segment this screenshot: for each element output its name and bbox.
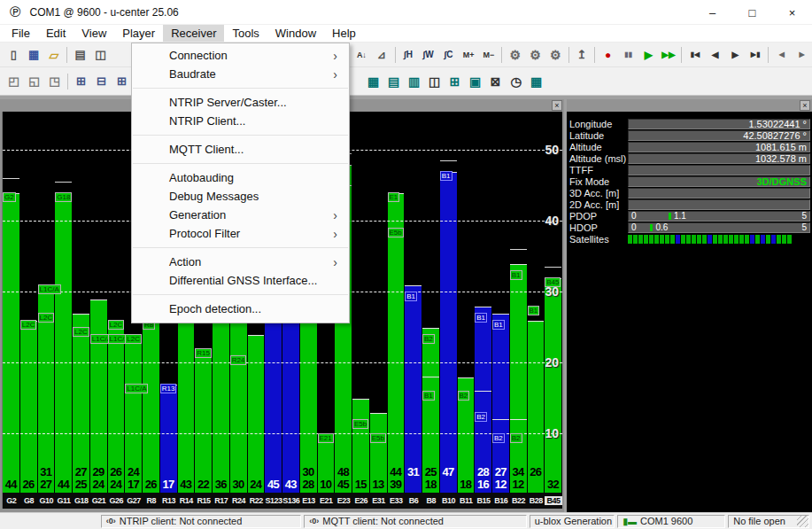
receiver-menu-item-mqtt-client[interactable]: MQTT Client... xyxy=(132,140,349,159)
sat-bar-g2[interactable]: G244 xyxy=(3,112,20,493)
sat-bar-b8[interactable]: B2B12518 xyxy=(422,112,440,493)
sat-bar-g18[interactable]: L2C2725 xyxy=(73,112,90,493)
layout-table-button[interactable]: ⊞ xyxy=(71,72,91,91)
print-button[interactable]: ▤ xyxy=(70,45,90,65)
sat-id-b45[interactable]: B45 xyxy=(545,496,562,505)
sat-id-g10[interactable]: G10 xyxy=(38,496,56,505)
sat-id-g8[interactable]: G8 xyxy=(20,496,38,505)
sat-id-g26[interactable]: G26 xyxy=(108,496,126,505)
view-binary-button[interactable]: ◫ xyxy=(424,72,445,91)
view-console-button[interactable]: ∫C xyxy=(438,45,459,65)
receiver-menu-item-baudrate[interactable]: Baudrate› xyxy=(132,65,349,83)
sat-bar-g21[interactable]: L1C/A2924 xyxy=(90,112,108,493)
view-clock-button[interactable]: ◷ xyxy=(506,72,526,91)
menu-window[interactable]: Window xyxy=(267,25,324,42)
message-remove-button[interactable]: M− xyxy=(479,45,499,65)
view-close-button[interactable]: ⊠ xyxy=(485,72,506,91)
step-forward-button[interactable]: ▶ xyxy=(725,45,746,65)
menu-view[interactable]: View xyxy=(73,25,114,42)
sat-id-b8[interactable]: B8 xyxy=(422,496,440,505)
receiver-menu-item-epoch-detection[interactable]: Epoch detection... xyxy=(132,300,349,318)
new-file-button[interactable]: ▯ xyxy=(4,45,24,65)
sat-bar-b10[interactable]: B147 xyxy=(440,112,458,493)
sat-id-e26[interactable]: E26 xyxy=(352,496,370,505)
sat-bar-g11[interactable]: G1844 xyxy=(55,112,73,493)
receiver-menu-item-differential-gnss-interface[interactable]: Differential GNSS Interface... xyxy=(132,271,349,290)
sat-id-r8[interactable]: R8 xyxy=(143,496,160,505)
sat-id-r17[interactable]: R17 xyxy=(213,496,230,505)
sat-id-b6[interactable]: B6 xyxy=(405,496,422,505)
receiver-menu-item-ntrip-client[interactable]: NTRIP Client... xyxy=(132,112,349,130)
paste-ubx-button[interactable]: ◰ xyxy=(4,72,24,91)
menu-edit[interactable]: Edit xyxy=(38,25,73,42)
pause-button[interactable]: ▮▮ xyxy=(618,45,638,65)
print-preview-button[interactable]: ◫ xyxy=(90,45,111,65)
receiver-menu-item-autobauding[interactable]: Autobauding xyxy=(132,168,349,187)
sat-id-e31[interactable]: E31 xyxy=(370,496,388,505)
receiver-menu-item-action[interactable]: Action› xyxy=(132,253,349,271)
sat-id-b11[interactable]: B11 xyxy=(458,496,476,505)
overflow-left-button[interactable]: ◀ xyxy=(771,45,792,65)
view-hotkeys-button[interactable]: ∫H xyxy=(398,45,419,65)
gear-receiver-button[interactable]: ⚙ xyxy=(505,45,525,65)
close-button[interactable]: × xyxy=(772,0,812,25)
menu-file[interactable]: File xyxy=(4,25,38,42)
sat-id-b10[interactable]: B10 xyxy=(440,496,458,505)
receiver-menu-item-connection[interactable]: Connection› xyxy=(132,46,349,65)
sat-id-e23[interactable]: E23 xyxy=(335,496,352,505)
record-button[interactable]: ● xyxy=(598,45,618,65)
sat-bar-g8[interactable]: L2C26 xyxy=(20,112,38,493)
step-last-button[interactable]: ▶▮ xyxy=(746,45,766,65)
overflow-right-button[interactable]: ▶ xyxy=(792,45,812,65)
maximize-button[interactable]: □ xyxy=(732,0,772,25)
sat-id-r15[interactable]: R15 xyxy=(195,496,213,505)
sat-id-e13[interactable]: E13 xyxy=(300,496,318,505)
sat-bar-b22[interactable]: B1B23412 xyxy=(510,112,528,493)
play-button[interactable]: ▶ xyxy=(638,45,659,65)
save-file-button[interactable]: ▦ xyxy=(24,45,44,65)
sat-id-g18[interactable]: G18 xyxy=(73,496,90,505)
sat-bar-g10[interactable]: L1C/AL2C3127 xyxy=(38,112,56,493)
export-button[interactable]: ↥ xyxy=(572,45,592,65)
layout-split-button[interactable]: ⊟ xyxy=(91,72,112,91)
receiver-menu-item-protocol-filter[interactable]: Protocol Filter› xyxy=(132,224,349,243)
sat-bar-e26[interactable]: E5b15 xyxy=(352,112,370,493)
sat-id-b15[interactable]: B15 xyxy=(475,496,492,505)
menu-tools[interactable]: Tools xyxy=(224,25,267,42)
gear-tools-button[interactable]: ⚙ xyxy=(545,45,566,65)
menu-receiver[interactable]: Receiver xyxy=(163,25,224,42)
view-map-button[interactable]: ▥ xyxy=(404,72,424,91)
sat-id-g21[interactable]: G21 xyxy=(90,496,108,505)
sat-id-g27[interactable]: G27 xyxy=(125,496,143,505)
sat-bar-e33[interactable]: E1E5b4439 xyxy=(388,112,406,493)
layout-grid-button[interactable]: ⊞ xyxy=(112,72,132,91)
step-back-button[interactable]: ◀ xyxy=(705,45,725,65)
sat-id-e33[interactable]: E33 xyxy=(388,496,406,505)
message-add-button[interactable]: M+ xyxy=(459,45,479,65)
paste-nmea-button[interactable]: ◱ xyxy=(24,72,44,91)
step-first-button[interactable]: ▮◀ xyxy=(684,45,705,65)
chart-close-icon[interactable]: × xyxy=(552,100,562,111)
sat-id-g2[interactable]: G2 xyxy=(3,496,20,505)
sat-id-b22[interactable]: B22 xyxy=(510,496,528,505)
fast-forward-button[interactable]: ▶▶ xyxy=(659,45,679,65)
gear-settings-button[interactable]: ⚙ xyxy=(525,45,545,65)
view-grid-button[interactable]: ⊞ xyxy=(445,72,465,91)
receiver-menu-item-debug-messages[interactable]: Debug Messages xyxy=(132,187,349,206)
menu-player[interactable]: Player xyxy=(114,25,163,42)
sat-id-r22[interactable]: R22 xyxy=(248,496,266,505)
open-folder-button[interactable]: ▱ xyxy=(44,45,65,65)
sort-az-button[interactable]: A↓ xyxy=(352,45,372,65)
sat-bar-b15[interactable]: B1B22816 xyxy=(475,112,492,493)
sat-bar-b16[interactable]: B1B22712 xyxy=(492,112,510,493)
view-messages-button[interactable]: ▣ xyxy=(465,72,485,91)
minimize-button[interactable]: – xyxy=(692,0,732,25)
sat-id-e21[interactable]: E21 xyxy=(318,496,336,505)
sat-bar-b11[interactable]: B218 xyxy=(458,112,476,493)
ruler-button[interactable]: ⊿ xyxy=(372,45,392,65)
sat-id-s123[interactable]: S123 xyxy=(265,496,282,505)
sat-id-s136[interactable]: S136 xyxy=(282,496,300,505)
paste-text-button[interactable]: ◳ xyxy=(44,72,65,91)
receiver-menu-item-ntrip-server-caster[interactable]: NTRIP Server/Caster... xyxy=(132,93,349,112)
view-table-button[interactable]: ▦ xyxy=(363,72,383,91)
